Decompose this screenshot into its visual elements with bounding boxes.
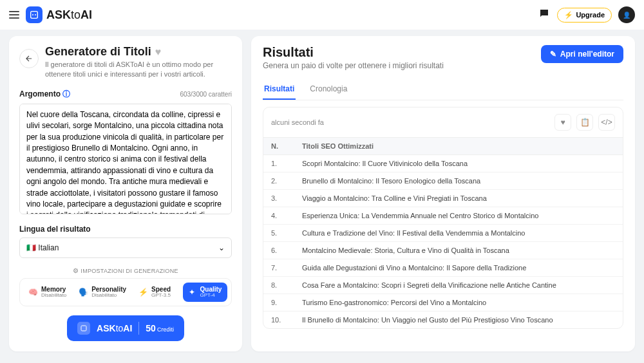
chevron-down-icon: ⌄	[218, 243, 225, 252]
svg-rect-3	[81, 326, 86, 331]
upgrade-label: Upgrade	[576, 11, 605, 19]
speed-icon: ⚡	[138, 287, 148, 297]
language-value: 🇮🇹 Italian	[26, 243, 59, 252]
generator-subtitle: Il generatore di titoli di ASKToAI è un …	[45, 60, 232, 80]
chat-icon[interactable]	[538, 8, 551, 22]
brand-text: ASKtoAI	[46, 8, 92, 22]
row-title: Cultura e Tradizione del Vino: Il Festiv…	[294, 225, 623, 242]
results-tabs: Risultati Cronologia	[263, 79, 623, 100]
results-panel: Risultati Genera un paio di volte per ot…	[251, 36, 635, 351]
row-number: 4.	[263, 207, 294, 225]
argomento-label-row: Argomento ⓘ 603/3000 caratteri	[19, 89, 232, 100]
topbar-left: ASKtoAI	[9, 6, 92, 23]
row-title: Cosa Fare a Montalcino: Scopri i Segreti…	[294, 277, 623, 294]
table-row: 1.Scopri Montalcino: Il Cuore Vitivinico…	[263, 155, 623, 172]
row-title: Viaggio a Montalcino: Tra Colline e Vini…	[294, 190, 623, 207]
row-title: Esperienza Unica: La Vendemmia Annuale n…	[294, 207, 623, 225]
generate-brand: ASKtoAI	[97, 323, 132, 333]
table-row: 10.Il Brunello di Montalcino: Un Viaggio…	[263, 312, 623, 329]
table-row: 8.Cosa Fare a Montalcino: Scopri i Segre…	[263, 277, 623, 294]
tab-history[interactable]: Cronologia	[308, 79, 348, 100]
row-number: 10.	[263, 312, 294, 329]
menu-toggle-button[interactable]	[9, 11, 19, 19]
row-title: Scopri Montalcino: Il Cuore Vitivinicolo…	[294, 155, 623, 172]
copy-result-button[interactable]: 📋	[576, 114, 593, 131]
generate-divider	[138, 322, 139, 335]
table-row: 3.Viaggio a Montalcino: Tra Colline e Vi…	[263, 190, 623, 207]
brand-logo[interactable]: ASKtoAI	[26, 6, 92, 23]
result-actions: ♥ 📋 </>	[554, 114, 615, 131]
title-block: Generatore di Titoli ♥ Il generatore di …	[45, 45, 232, 80]
argomento-label: Argomento ⓘ	[19, 89, 70, 100]
result-timestamp: alcuni secondi fa	[271, 118, 324, 126]
argomento-textarea[interactable]	[19, 104, 232, 214]
row-title: Guida alle Degustazioni di Vino a Montal…	[294, 259, 623, 277]
topbar: ASKtoAI ⚡ Upgrade 👤	[0, 0, 644, 30]
generation-chips: 🧠 MemoryDisabilitato 🗣️ PersonalityDisab…	[19, 278, 232, 306]
favorite-result-button[interactable]: ♥	[554, 114, 571, 131]
generation-settings-label: ⚙ IMPOSTAZIONI DI GENERAZIONE	[19, 267, 232, 274]
user-avatar[interactable]: 👤	[618, 6, 635, 23]
generator-title: Generatore di Titoli ♥	[45, 45, 232, 59]
generate-logo-icon	[77, 322, 90, 335]
results-table: N. Titoli SEO Ottimizzati 1.Scopri Monta…	[263, 137, 623, 328]
bolt-icon: ⚡	[564, 11, 573, 19]
table-row: 5.Cultura e Tradizione del Vino: Il Fest…	[263, 225, 623, 242]
col-number: N.	[263, 138, 294, 155]
table-row: 7.Guida alle Degustazioni di Vino a Mont…	[263, 259, 623, 277]
open-editor-button[interactable]: ✎ Apri nell'editor	[541, 45, 623, 63]
pencil-icon: ✎	[550, 50, 556, 59]
generate-credits: 50Crediti	[146, 322, 174, 334]
generate-button[interactable]: ASKtoAI 50Crediti	[67, 315, 184, 341]
main-layout: Generatore di Titoli ♥ Il generatore di …	[0, 30, 644, 358]
language-select[interactable]: 🇮🇹 Italian ⌄	[19, 237, 232, 258]
svg-rect-0	[31, 12, 38, 19]
results-subtitle: Genera un paio di volte per ottenere i m…	[263, 61, 444, 70]
row-title: Il Brunello di Montalcino: Un Viaggio ne…	[294, 312, 623, 329]
row-number: 7.	[263, 259, 294, 277]
result-card-header: alcuni secondi fa ♥ 📋 </>	[263, 107, 623, 137]
row-number: 3.	[263, 190, 294, 207]
row-title: Turismo Eno-gastronomico: Percorsi del V…	[294, 294, 623, 312]
row-number: 8.	[263, 277, 294, 294]
info-icon[interactable]: ⓘ	[62, 89, 70, 98]
table-row: 6.Montalcino Medievale: Storia, Cultura …	[263, 242, 623, 259]
favorite-icon[interactable]: ♥	[155, 46, 162, 58]
memory-icon: 🧠	[28, 287, 38, 297]
row-title: Brunello di Montalcino: Il Tesoro Enolog…	[294, 172, 623, 190]
table-row: 9.Turismo Eno-gastronomico: Percorsi del…	[263, 294, 623, 312]
chip-quality[interactable]: ✦ QualityGPT-4	[183, 283, 227, 302]
row-number: 5.	[263, 225, 294, 242]
col-title: Titoli SEO Ottimizzati	[294, 138, 623, 155]
row-number: 6.	[263, 242, 294, 259]
personality-icon: 🗣️	[78, 287, 88, 297]
topbar-right: ⚡ Upgrade 👤	[538, 6, 635, 23]
generator-panel: Generatore di Titoli ♥ Il generatore di …	[9, 36, 242, 351]
chip-speed[interactable]: ⚡ SpeedGPT-3.5	[134, 283, 178, 302]
chip-memory[interactable]: 🧠 MemoryDisabilitato	[24, 283, 70, 302]
upgrade-button[interactable]: ⚡ Upgrade	[557, 8, 612, 23]
generator-header: Generatore di Titoli ♥ Il generatore di …	[19, 45, 232, 80]
results-title: Risultati	[263, 45, 444, 60]
char-count: 603/3000 caratteri	[180, 91, 232, 98]
row-number: 9.	[263, 294, 294, 312]
brand-logo-icon	[26, 6, 43, 23]
back-button[interactable]	[19, 49, 39, 68]
lang-label: Lingua del risultato	[19, 225, 232, 234]
row-number: 1.	[263, 155, 294, 172]
table-row: 2.Brunello di Montalcino: Il Tesoro Enol…	[263, 172, 623, 190]
chip-personality[interactable]: 🗣️ PersonalityDisabilitato	[74, 283, 130, 302]
svg-point-1	[32, 14, 33, 15]
code-result-button[interactable]: </>	[598, 114, 615, 131]
svg-point-2	[35, 14, 36, 15]
gear-icon: ⚙	[73, 267, 79, 274]
tab-results[interactable]: Risultati	[263, 79, 296, 100]
row-number: 2.	[263, 172, 294, 190]
quality-icon: ✦	[187, 287, 197, 297]
table-row: 4.Esperienza Unica: La Vendemmia Annuale…	[263, 207, 623, 225]
result-card: alcuni secondi fa ♥ 📋 </> N. Titoli SEO …	[263, 107, 623, 329]
row-title: Montalcino Medievale: Storia, Cultura e …	[294, 242, 623, 259]
results-header: Risultati Genera un paio di volte per ot…	[263, 45, 623, 70]
